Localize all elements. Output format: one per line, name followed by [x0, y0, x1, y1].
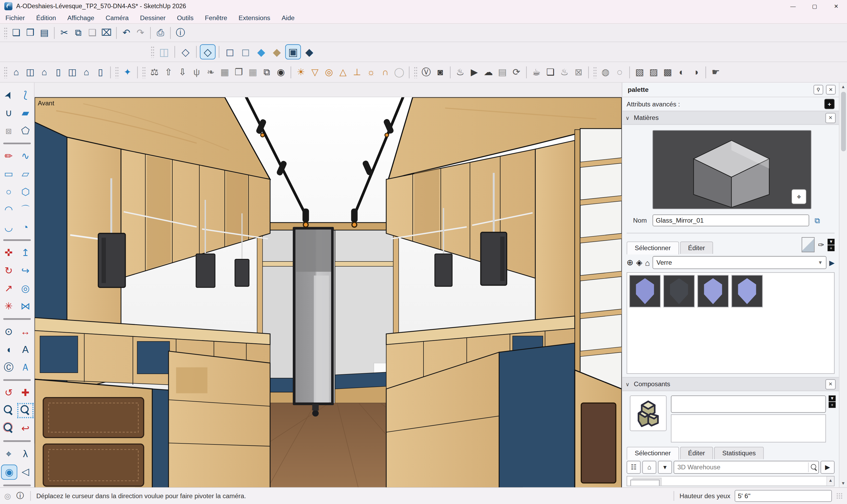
walk-tool-icon[interactable]: λ: [18, 447, 33, 461]
select-tool-icon[interactable]: ➤: [0, 85, 18, 105]
paint-with-texture-icon[interactable]: ◈: [636, 257, 643, 267]
two-point-arc-tool-icon[interactable]: ◠: [1, 202, 16, 217]
scrollbar-thumb[interactable]: [841, 92, 846, 151]
menu-extensions[interactable]: Extensions: [238, 14, 270, 21]
checker-cube-icon[interactable]: ▨: [647, 65, 660, 79]
materials-close-icon[interactable]: ✕: [825, 113, 835, 123]
pin-icon[interactable]: ⚲: [813, 85, 823, 94]
model-info-icon[interactable]: ⓘ: [174, 26, 187, 40]
checker-plane-icon[interactable]: ▧: [633, 65, 646, 79]
sparkles-icon[interactable]: ✦: [121, 65, 134, 79]
rotated-rectangle-tool-icon[interactable]: ▱: [18, 167, 33, 181]
chevron-down-icon[interactable]: ∨: [626, 381, 629, 387]
list-item-title[interactable]: Formation sur les composants dynamiques: [664, 480, 798, 486]
checker-cube-2-icon[interactable]: ▩: [661, 65, 674, 79]
swap-material-icon[interactable]: ◍: [599, 65, 612, 79]
dimension-tool-icon[interactable]: ↔: [18, 325, 33, 339]
leaf-icon[interactable]: ❧: [204, 65, 217, 79]
lock-scene-icon[interactable]: ⊠: [572, 65, 585, 79]
drag-handle[interactable]: [593, 66, 597, 78]
tab-statistiques[interactable]: Statistiques: [714, 447, 764, 459]
previous-view-tool-icon[interactable]: ↩: [18, 421, 33, 435]
menu-edition[interactable]: Édition: [36, 14, 56, 21]
dome-light-icon[interactable]: ∩: [379, 65, 392, 79]
components-scrollbar[interactable]: ▲: [826, 476, 834, 486]
flip-tool-icon[interactable]: ⋈: [18, 300, 33, 313]
open-folder-icon[interactable]: ❒: [24, 26, 37, 40]
undo-icon[interactable]: ↶: [120, 26, 133, 40]
door-elevation-icon[interactable]: ◫: [24, 65, 37, 79]
stand-light-icon[interactable]: ⊥: [350, 65, 363, 79]
tab-selectionner[interactable]: Sélectionner: [627, 241, 679, 254]
window-grid-icon[interactable]: ▦: [218, 65, 231, 79]
paste-icon[interactable]: ❑: [86, 26, 99, 40]
detach-pane-button[interactable]: ▼+: [828, 238, 835, 251]
pick-object-icon[interactable]: ☛: [709, 65, 722, 79]
menu-dessiner[interactable]: Dessiner: [140, 14, 166, 21]
panel-scrollbar[interactable]: ▲ ▼: [839, 83, 847, 487]
material-name-input[interactable]: [652, 214, 809, 226]
drag-handle[interactable]: [142, 66, 146, 78]
drag-handle[interactable]: [150, 46, 154, 58]
material-category-select[interactable]: Verre ▼: [653, 256, 827, 269]
info-icon[interactable]: ⓘ: [16, 491, 24, 501]
axes-tool-icon[interactable]: ✳: [1, 300, 16, 313]
components-close-icon[interactable]: ✕: [825, 379, 835, 390]
copy-icon[interactable]: ⧉: [72, 26, 85, 40]
offset-tool-icon[interactable]: ◎: [18, 282, 33, 295]
add-attribute-button[interactable]: +: [824, 99, 834, 109]
wireframe-style-icon[interactable]: ◇: [200, 44, 215, 59]
tab-editer[interactable]: Éditer: [680, 447, 713, 459]
lasso-tool-icon[interactable]: ⟅: [18, 88, 33, 102]
line-tool-icon[interactable]: ✏: [1, 149, 16, 163]
eraser-tool-icon[interactable]: ▰: [18, 106, 33, 120]
move-tool-icon[interactable]: ✜: [1, 246, 16, 260]
protractor-tool-icon[interactable]: ◖: [1, 343, 16, 357]
drag-handle[interactable]: [115, 66, 119, 78]
scale-tool-icon[interactable]: ↗: [1, 282, 16, 295]
menu-camera[interactable]: Caméra: [106, 14, 129, 21]
shadow-house-icon[interactable]: ☀: [294, 65, 307, 79]
in-model-home-icon[interactable]: ⌂: [643, 461, 656, 474]
menu-aide[interactable]: Aide: [282, 14, 294, 21]
cone-light-icon[interactable]: △: [337, 65, 349, 79]
sample-material-button[interactable]: ⌖: [791, 189, 807, 204]
rectangle-tool-icon[interactable]: ▭: [1, 167, 16, 181]
render-interactive-icon[interactable]: ▶: [468, 65, 481, 79]
mirror-dark-swatch[interactable]: [663, 275, 695, 307]
window-elevation-icon[interactable]: ▯: [52, 65, 65, 79]
menu-fenetre[interactable]: Fenêtre: [205, 14, 227, 21]
default-material-swatch[interactable]: [802, 237, 815, 252]
rotate-tool-icon[interactable]: ↻: [1, 264, 16, 278]
component-description-field[interactable]: [671, 414, 826, 442]
vray-vision-icon[interactable]: ☕: [530, 65, 543, 79]
save-icon[interactable]: ▤: [38, 26, 51, 40]
delete-icon[interactable]: ⌧: [100, 26, 113, 40]
viewport-3d[interactable]: Avant: [35, 97, 622, 487]
glass-grid-swatch[interactable]: [698, 275, 729, 307]
monochrome-style-icon[interactable]: ◆: [302, 45, 317, 59]
in-model-home-icon[interactable]: ⌂: [645, 258, 650, 267]
menu-affichage[interactable]: Affichage: [68, 14, 94, 21]
pie-tool-icon[interactable]: ◔: [18, 220, 33, 235]
door-window-icon[interactable]: ◫: [66, 65, 79, 79]
shaded-style-icon[interactable]: ◻: [238, 45, 253, 59]
render-history-icon[interactable]: ⟳: [510, 65, 523, 79]
closet-3d-scene[interactable]: [35, 97, 622, 487]
navigation-dropdown-icon[interactable]: ▾: [658, 461, 672, 474]
house-3d-icon[interactable]: ⌂: [10, 65, 23, 79]
house-front-icon[interactable]: ⌂: [38, 65, 51, 79]
details-arrow-icon[interactable]: ▶: [821, 461, 834, 474]
push-pull-tool-icon[interactable]: ↥: [18, 246, 33, 260]
scroll-up-icon[interactable]: ▲: [841, 83, 845, 91]
cloud-render-icon[interactable]: ☁: [482, 65, 495, 79]
hidden-line-style-icon[interactable]: ◻: [222, 45, 237, 59]
cube-up-icon[interactable]: ⇧: [162, 65, 175, 79]
textured-style-icon[interactable]: ▣: [285, 44, 301, 59]
grass-icon[interactable]: ψ: [190, 65, 203, 79]
component-name-input[interactable]: [671, 395, 826, 413]
text-tool-icon[interactable]: A: [18, 343, 33, 357]
frame-buffer-icon[interactable]: ▤: [496, 65, 509, 79]
detach-pane-button[interactable]: ▼+: [829, 395, 836, 408]
cut-icon[interactable]: ✂: [58, 26, 71, 40]
